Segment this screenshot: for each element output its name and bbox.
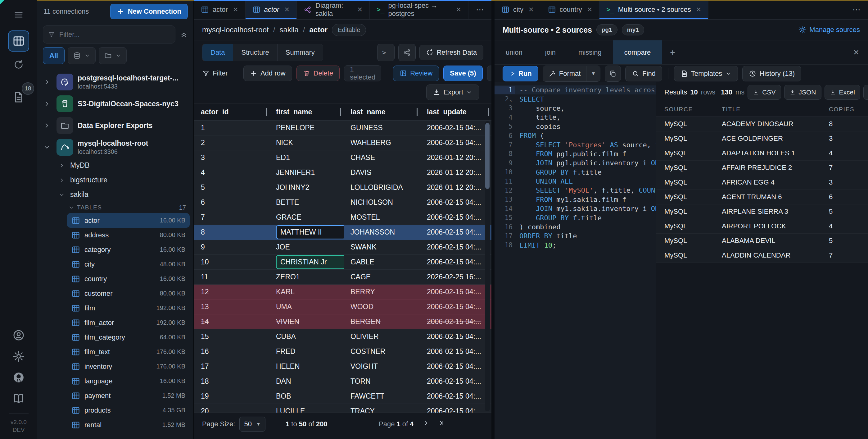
next-page-button[interactable]: [422, 419, 430, 429]
close-panel-button[interactable]: ✕: [844, 40, 868, 64]
results-column-title[interactable]: TITLE: [722, 106, 829, 113]
query-tab-missing[interactable]: missing: [567, 40, 613, 64]
editor-line-14[interactable]: 14 JOIN my1.sakila.inventory i ON: [495, 204, 656, 213]
tab-multi-source-active[interactable]: >_ Multi-source • 2 sources ✕: [599, 0, 708, 19]
result-row-1[interactable]: MySQLACADEMY DINOSAUR8: [656, 117, 868, 131]
table-row-1[interactable]: 1PENELOPEGUINESS2006-02-15 04:...: [194, 121, 491, 136]
tab-overflow-button[interactable]: ⋯: [845, 0, 868, 19]
filter-chip-folder[interactable]: [99, 47, 127, 64]
column-header-last-update[interactable]: last_update: [420, 108, 491, 116]
table-row-12[interactable]: 12KARLBERRY2006-02-15 04:...: [194, 285, 491, 299]
tab-pg-local-spec[interactable]: >_ pg-local-spec → postgres ✕: [370, 0, 468, 19]
result-row-2[interactable]: MySQLACE GOLDFINGER3: [656, 131, 868, 146]
table-row-13[interactable]: 13UMAWOOD2006-02-15 04:...: [194, 299, 491, 315]
sidebar-database-mydb[interactable]: MyDB: [37, 158, 193, 173]
result-row-10[interactable]: MySQLALADDIN CALENDAR7: [656, 248, 868, 263]
result-row-5[interactable]: MySQLAFRICAN EGG 43: [656, 175, 868, 190]
close-icon[interactable]: ✕: [284, 6, 290, 13]
review-button[interactable]: Review: [393, 65, 439, 81]
breadcrumb-database[interactable]: sakila: [279, 26, 298, 34]
sidebar-database-sakila[interactable]: sakila: [37, 187, 193, 202]
add-query-tab-button[interactable]: +: [662, 40, 683, 64]
editor-line-3[interactable]: 3 source,: [495, 104, 656, 113]
editor-line-1[interactable]: 1-- Compare inventory levels across d: [495, 85, 656, 94]
table-row-11[interactable]: 11ZERO1CAGE2026-02-25 16:...: [194, 270, 491, 285]
share-button[interactable]: [398, 44, 416, 61]
history-button[interactable]: History (13): [742, 66, 801, 81]
table-row-5[interactable]: 5JOHNNY2LOLLOBRIGIDA2026-01-12 20:...: [194, 180, 491, 195]
tables-section-header[interactable]: TABLES 17: [37, 202, 193, 213]
chevron-right-icon[interactable]: [41, 78, 52, 86]
table-row-2[interactable]: 2NICKWAHLBERG2006-02-15 04:...: [194, 136, 491, 150]
sidebar-table-city[interactable]: city48.00 KB: [67, 257, 190, 271]
sidebar-table-address[interactable]: address80.00 KB: [67, 228, 190, 242]
rail-tables-button[interactable]: [8, 30, 29, 52]
tab-diagram-sakila[interactable]: Diagram: sakila ✕: [297, 0, 370, 19]
first-name-edited-cell[interactable]: CHRISTIAN Jr: [276, 255, 344, 269]
table-row-17[interactable]: 17HELENVOIGHT2006-02-15 04:...: [194, 359, 491, 374]
sidebar-table-film_text[interactable]: film_text176.00 KB: [67, 345, 190, 359]
sidebar-table-rental[interactable]: rental1.52 MB: [67, 417, 190, 432]
hamburger-menu-button[interactable]: [8, 4, 29, 26]
page-size-select[interactable]: 50 ▼: [239, 417, 265, 432]
export-csv-button[interactable]: CSV: [748, 85, 781, 100]
sidebar-table-inventory[interactable]: inventory176.00 KB: [67, 359, 190, 374]
chevron-down-icon[interactable]: [41, 144, 52, 151]
add-row-button[interactable]: Add row: [243, 65, 292, 81]
results-column-source[interactable]: SOURCE: [664, 106, 722, 113]
export-button[interactable]: Export: [426, 85, 479, 100]
result-row-6[interactable]: MySQLAGENT TRUMAN 66: [656, 190, 868, 204]
sidebar-table-film[interactable]: film192.00 KB: [67, 301, 190, 315]
close-icon[interactable]: ✕: [528, 6, 534, 13]
rail-refresh-button[interactable]: [8, 54, 29, 75]
table-row-18[interactable]: 18DANTORN2006-02-15 04:...: [194, 374, 491, 389]
close-icon[interactable]: ✕: [696, 6, 702, 13]
close-icon[interactable]: ✕: [357, 6, 363, 13]
close-icon[interactable]: ✕: [233, 6, 239, 13]
sidebar-table-category[interactable]: category16.00 KB: [67, 242, 190, 257]
collapse-all-button[interactable]: [179, 30, 189, 38]
sidebar-table-actor[interactable]: actor16.00 KB: [67, 213, 190, 228]
editor-line-16[interactable]: 16) combined: [495, 223, 656, 231]
tab-summary[interactable]: Summary: [278, 44, 323, 61]
format-options-button[interactable]: ▼: [586, 66, 600, 81]
open-terminal-button[interactable]: >_: [377, 44, 395, 61]
connection-filter-input[interactable]: [59, 30, 170, 39]
sidebar-database-bigstructure[interactable]: bigstructure: [37, 173, 193, 187]
table-row-8[interactable]: 8MATTHEW IIJOHANSSON2006-02-15 04:...: [194, 225, 491, 240]
filter-chip-database-type[interactable]: [68, 47, 96, 64]
sidebar-table-language[interactable]: language16.00 KB: [67, 374, 190, 388]
tab-country[interactable]: country ✕: [541, 0, 600, 19]
export-json-button[interactable]: JSON: [784, 85, 822, 100]
breadcrumb-table[interactable]: actor: [309, 26, 328, 34]
editor-line-10[interactable]: 10 GROUP BY f.title: [495, 168, 656, 177]
filter-button[interactable]: Filter: [202, 69, 228, 77]
result-row-8[interactable]: MySQLAIRPORT POLLOCK4: [656, 219, 868, 234]
editor-line-8[interactable]: 8 FROM pg1.public.film f: [495, 149, 656, 158]
refresh-data-button[interactable]: Refresh Data: [420, 45, 483, 60]
tab-actor-2-active[interactable]: actor ✕: [246, 0, 297, 19]
filter-chip-all[interactable]: All: [43, 47, 65, 64]
connection-postgresql-localhost-target[interactable]: postgresql-localhost-target-... localhos…: [37, 71, 193, 93]
first-name-edit-input[interactable]: MATTHEW II: [276, 225, 344, 239]
last-page-button[interactable]: [438, 419, 445, 429]
result-row-7[interactable]: MySQLAIRPLANE SIERRA 35: [656, 204, 868, 219]
column-header-last-name[interactable]: last_name: [344, 108, 420, 116]
result-row-9[interactable]: MySQLALABAMA DEVIL5: [656, 234, 868, 248]
connection-s3-digitalocean[interactable]: S3-DigitalOcean-Spaces-nyc3: [37, 93, 193, 115]
table-row-19[interactable]: 19BOBFAWCETT2006-02-15 04:...: [194, 389, 491, 404]
format-button[interactable]: Format: [543, 66, 586, 81]
save-button[interactable]: Save (5): [443, 65, 483, 81]
table-row-3[interactable]: 3ED1CHASE2026-01-12 20:...: [194, 150, 491, 165]
result-row-3[interactable]: MySQLADAPTATION HOLES 14: [656, 146, 868, 160]
table-row-20[interactable]: 20LUCILLETRACY2006-02-15 04:...: [194, 404, 491, 413]
query-tab-join[interactable]: join: [534, 40, 567, 64]
editor-line-13[interactable]: 13 FROM my1.sakila.film f: [495, 195, 656, 204]
rail-documents-button[interactable]: 18: [8, 87, 29, 108]
tab-structure[interactable]: Structure: [233, 44, 277, 61]
find-button[interactable]: Find: [625, 66, 662, 81]
chevron-right-icon[interactable]: [41, 100, 52, 108]
query-tab-union[interactable]: union: [495, 40, 534, 64]
breadcrumb-connection[interactable]: mysql-localhost-root: [202, 26, 269, 34]
grid-scrollbar-thumb[interactable]: [485, 123, 490, 189]
